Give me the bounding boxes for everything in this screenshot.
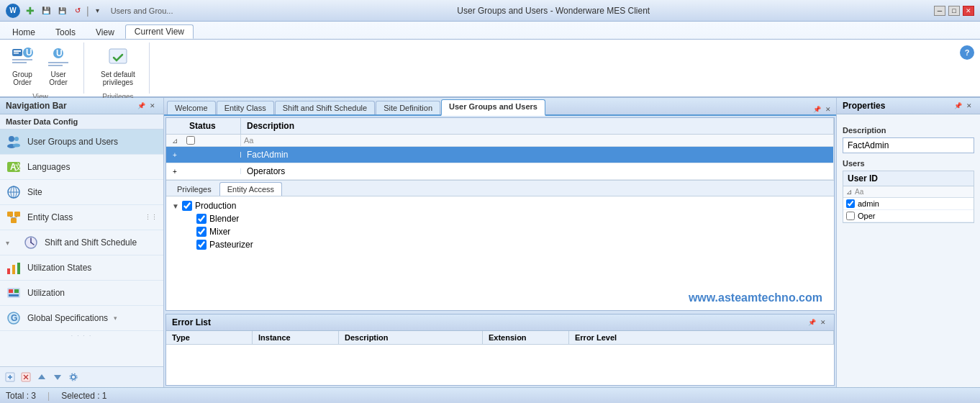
blender-checkbox[interactable]	[196, 214, 207, 224]
privileges-buttons: Set defaultprivileges	[96, 42, 140, 90]
production-checkbox[interactable]	[182, 201, 192, 211]
user-order-button[interactable]: U UserOrder	[42, 42, 75, 90]
doc-close-btn[interactable]: ✕	[823, 104, 833, 114]
nav-move-down-btn[interactable]	[50, 370, 65, 384]
admin-checkbox[interactable]	[846, 199, 855, 208]
window-controls: ─ □ ✕	[934, 6, 974, 16]
props-users-filter-row: ⊿ Aa	[843, 186, 974, 198]
props-users-label: Users	[843, 159, 974, 168]
table-row-operators[interactable]: + Operators	[166, 163, 834, 180]
status-total: Total : 3	[6, 391, 36, 401]
mixer-checkbox[interactable]	[196, 227, 207, 237]
production-label: Production	[195, 201, 236, 211]
error-list-title: Error List	[172, 317, 211, 327]
tab-privileges[interactable]: Privileges	[169, 182, 219, 196]
save-quick-btn[interactable]: 💾	[39, 4, 53, 17]
tree-item-pasteurizer[interactable]: ▶ Pasteurizer	[183, 238, 831, 251]
ribbon-tabs: Home Tools View Current View	[0, 22, 980, 39]
ribbon: Home Tools View Current View	[0, 22, 980, 98]
error-list-close-btn[interactable]: ✕	[818, 317, 828, 327]
doc-pin-btn[interactable]: 📌	[812, 104, 822, 114]
nav-new-btn[interactable]	[3, 370, 17, 384]
nav-section-title: Master Data Config	[0, 114, 163, 130]
main-content-panel: Status Description ⊿ Aa	[165, 117, 835, 311]
nav-item-utilization[interactable]: Utilization	[0, 281, 163, 306]
tab-home[interactable]: Home	[3, 25, 45, 39]
tab-current-view[interactable]: Current View	[125, 24, 194, 39]
props-user-row-oper[interactable]: Oper	[843, 210, 974, 222]
svg-rect-33	[17, 263, 20, 274]
nav-item-global-spec[interactable]: G Global Specifications ▾	[0, 306, 163, 331]
window-title: User Groups and Users - Wonderware MES C…	[457, 6, 650, 16]
group-order-button[interactable]: U GroupOrder	[6, 42, 39, 90]
nav-item-site[interactable]: Site	[0, 180, 163, 205]
factadmin-status	[183, 152, 241, 158]
tab-entity-access[interactable]: Entity Access	[219, 182, 282, 196]
tab-user-groups-users[interactable]: User Groups and Users	[441, 99, 545, 116]
tab-shift-schedule[interactable]: Shift and Shift Schedule	[275, 101, 375, 114]
set-default-privileges-button[interactable]: Set defaultprivileges	[96, 42, 140, 90]
nav-close-btn[interactable]: ✕	[148, 101, 158, 111]
oper-checkbox[interactable]	[846, 212, 855, 220]
nav-item-shift[interactable]: ▾ Shift and Shift Schedule	[0, 230, 163, 255]
svg-rect-10	[48, 65, 63, 66]
tab-site-definition[interactable]: Site Definition	[376, 101, 440, 114]
status-filter-checkbox[interactable]	[186, 136, 195, 145]
error-list-pin-btn[interactable]: 📌	[807, 317, 817, 327]
tab-welcome[interactable]: Welcome	[167, 101, 216, 114]
entity-class-icon	[6, 209, 22, 225]
tab-view[interactable]: View	[86, 25, 124, 39]
expand-factadmin[interactable]: +	[166, 151, 183, 159]
table-row-factadmin[interactable]: + FactAdmin	[166, 147, 834, 163]
svg-rect-9	[48, 62, 68, 63]
dropdown-quick-btn[interactable]: ▾	[91, 4, 105, 17]
desc-filter-icon: Aa	[244, 136, 253, 145]
props-user-row-admin[interactable]: admin	[843, 198, 974, 210]
svg-rect-1	[14, 50, 21, 52]
save-all-quick-btn[interactable]: 💾	[55, 4, 69, 17]
global-spec-icon: G	[6, 310, 22, 326]
svg-rect-35	[9, 289, 13, 293]
pasteurizer-checkbox[interactable]	[196, 240, 207, 250]
nav-pin-btn[interactable]: 📌	[136, 101, 146, 111]
undo-quick-btn[interactable]: ↺	[71, 4, 85, 17]
nav-item-user-groups[interactable]: User Groups and Users	[0, 130, 163, 155]
props-close-btn[interactable]: ✕	[964, 101, 974, 111]
help-button[interactable]: ?	[960, 45, 974, 60]
filter-row: ⊿ Aa	[166, 135, 834, 147]
tree-item-mixer[interactable]: ▶ Mixer	[183, 225, 831, 238]
error-list-controls: 📌 ✕	[807, 317, 828, 327]
nav-move-up-btn[interactable]	[35, 370, 49, 384]
col-extension: Extension	[483, 331, 569, 344]
expand-operators[interactable]: +	[166, 168, 183, 176]
svg-point-13	[14, 137, 19, 141]
svg-text:文: 文	[14, 162, 22, 172]
factadmin-description: FactAdmin	[241, 147, 834, 163]
nav-delete-btn[interactable]	[19, 370, 33, 384]
svg-rect-11	[109, 49, 127, 63]
tree-item-blender[interactable]: ▶ Blender	[183, 212, 831, 225]
status-filter	[183, 135, 241, 146]
group-order-icon: U	[11, 46, 34, 69]
user-order-label: UserOrder	[49, 71, 68, 86]
minimize-btn[interactable]: ─	[934, 6, 945, 16]
props-description-input[interactable]	[843, 137, 974, 153]
nav-item-label-site: Site	[27, 187, 42, 197]
nav-item-entity-class[interactable]: Entity Class ⋮⋮	[0, 205, 163, 230]
nav-items-list: User Groups and Users A 文 Languages	[0, 130, 163, 366]
tab-tools[interactable]: Tools	[46, 25, 85, 39]
tree-item-production[interactable]: ▼ Production	[169, 199, 831, 212]
close-btn[interactable]: ✕	[963, 6, 974, 16]
watermark: www.asteamtechno.com	[683, 286, 828, 309]
status-bar: Total : 3 | Selected : 1	[0, 387, 980, 403]
tab-entity-class[interactable]: Entity Class	[217, 101, 274, 114]
props-pin-btn[interactable]: 📌	[953, 101, 963, 111]
production-toggle[interactable]: ▼	[172, 202, 182, 210]
mixer-label: Mixer	[209, 227, 230, 237]
col-error-level: Error Level	[569, 331, 834, 344]
nav-item-languages[interactable]: A 文 Languages	[0, 155, 163, 180]
new-quick-btn[interactable]: ✚	[23, 4, 37, 17]
nav-settings-btn[interactable]	[66, 370, 81, 384]
maximize-btn[interactable]: □	[948, 6, 960, 16]
nav-item-util-states[interactable]: Utilization States	[0, 255, 163, 281]
